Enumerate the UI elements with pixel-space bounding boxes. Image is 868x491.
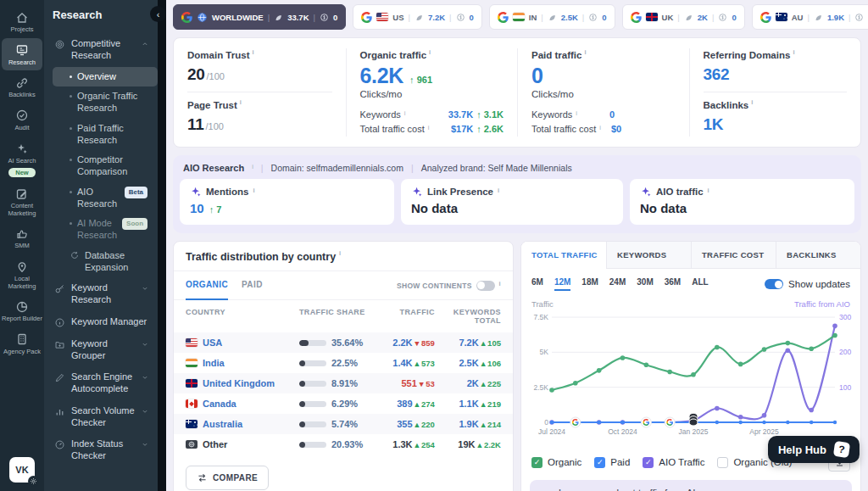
rail-item-backlinks[interactable]: Backlinks bbox=[2, 70, 42, 103]
info-icon[interactable] bbox=[253, 187, 254, 194]
legend-aio-traffic[interactable]: ✓ AIO Traffic bbox=[643, 457, 704, 468]
organic-traffic-column: Organic traffic 6.2K 961 Clicks/mo Keywo… bbox=[346, 48, 518, 137]
sidebar-item-keyword-manager[interactable]: Keyword Manager bbox=[53, 311, 151, 333]
info-icon[interactable] bbox=[428, 124, 430, 131]
checkbox-icon[interactable]: ✓ bbox=[594, 457, 605, 468]
region-tab-uk[interactable]: UK |2K |0 bbox=[622, 4, 745, 30]
info-icon[interactable] bbox=[339, 249, 341, 257]
svg-text:2.5K: 2.5K bbox=[534, 383, 549, 392]
legend-paid[interactable]: ✓ Paid bbox=[594, 457, 630, 468]
sidebar-title: Research bbox=[53, 8, 151, 21]
chart-tab-total-traffic[interactable]: TOTAL TRAFFIC bbox=[521, 242, 606, 269]
google-update-marker bbox=[570, 417, 581, 427]
sidebar-item-keyword-research[interactable]: Keyword Research bbox=[53, 277, 151, 311]
region-tab-au[interactable]: AU |1.9K |0 bbox=[752, 4, 868, 30]
chart-tab-traffic-cost[interactable]: TRAFFIC COST bbox=[691, 242, 776, 269]
country-row-india[interactable]: India 22.5% 1.4K573 2.5K106 bbox=[174, 353, 513, 373]
show-continents-toggle[interactable] bbox=[476, 281, 495, 291]
info-icon[interactable] bbox=[751, 98, 753, 106]
gear-icon[interactable] bbox=[28, 476, 39, 487]
user-avatar[interactable]: VK bbox=[9, 457, 35, 483]
traffic-chart[interactable]: 02.5K5K7.5K100200300Jul 2024Oct 2024Jan … bbox=[521, 309, 860, 451]
sidebar-item-competitive-research[interactable]: Competitive Research bbox=[53, 33, 151, 67]
traffic-line-chart[interactable]: 02.5K5K7.5K100200300Jul 2024Oct 2024Jan … bbox=[526, 309, 859, 451]
chart-tab-keywords[interactable]: KEYWORDS bbox=[606, 242, 691, 269]
svg-text:100: 100 bbox=[839, 383, 851, 392]
rail-item-report-builder[interactable]: Report Builder bbox=[2, 294, 42, 327]
sidebar-item-index-status-checker[interactable]: Index Status Checker bbox=[53, 433, 151, 467]
share-bar bbox=[299, 340, 326, 346]
google-icon bbox=[498, 12, 509, 23]
range-24m[interactable]: 24M bbox=[609, 277, 626, 291]
chart-tab-backlinks[interactable]: BACKLINKS bbox=[776, 242, 860, 269]
table-tab-organic[interactable]: ORGANIC bbox=[186, 271, 228, 300]
traffic-table-title: Traffic distribution by country bbox=[186, 251, 336, 263]
country-row-australia[interactable]: Australia 5.74% 355220 1.9K214 bbox=[174, 414, 513, 434]
rail-item-projects[interactable]: Projects bbox=[2, 5, 42, 38]
info-icon[interactable] bbox=[404, 109, 406, 117]
info-icon[interactable] bbox=[584, 48, 586, 56]
sidebar-item-competitor-comparison[interactable]: Competitor Comparison bbox=[53, 150, 151, 182]
checkbox-icon[interactable]: ✓ bbox=[531, 457, 542, 468]
checkbox-icon[interactable]: ✓ bbox=[643, 457, 654, 468]
sidebar-item-database-expansion[interactable]: Database Expansion bbox=[53, 246, 151, 278]
range-all[interactable]: ALL bbox=[692, 277, 708, 291]
right-axis-title: Traffic from AIO bbox=[794, 299, 850, 309]
range-6m[interactable]: 6M bbox=[531, 277, 543, 291]
sidebar-item-search-engine-autocomplete[interactable]: Search Engine Autocomplete bbox=[53, 366, 151, 400]
country-row-united-kingdom[interactable]: United Kingdom 8.91% 55153 2K225 bbox=[174, 373, 513, 393]
sidebar-item-organic-traffic-research[interactable]: Organic Traffic Research bbox=[53, 86, 151, 119]
refresh-icon bbox=[70, 250, 80, 260]
info-icon[interactable] bbox=[429, 48, 431, 56]
left-icon-rail: Projects Research Backlinks Audit AI Sea… bbox=[0, 0, 44, 491]
sidebar-item-paid-traffic-research[interactable]: Paid Traffic Research bbox=[53, 119, 151, 151]
checkbox-icon[interactable] bbox=[717, 457, 728, 468]
region-tab-us[interactable]: US |7.2K |0 bbox=[353, 4, 482, 30]
range-30m[interactable]: 30M bbox=[637, 277, 653, 291]
rail-item-research[interactable]: Research bbox=[2, 38, 42, 71]
help-hub-button[interactable]: Help Hub ? bbox=[768, 436, 860, 463]
legend-organic[interactable]: ✓ Organic bbox=[531, 457, 581, 468]
backlinks-column: Referring Domains 362 Backlinks 1K bbox=[689, 48, 861, 137]
chevron-down-icon bbox=[141, 407, 149, 416]
mentions-card[interactable]: Mentions 107 bbox=[180, 179, 394, 225]
info-icon[interactable] bbox=[498, 187, 499, 194]
compare-button[interactable]: COMPARE bbox=[186, 466, 269, 490]
rail-item-agency-pack[interactable]: Agency Pack bbox=[2, 327, 42, 360]
info-icon[interactable] bbox=[252, 163, 253, 170]
rail-item-content-marketing[interactable]: Content Marketing bbox=[2, 181, 42, 221]
country-row-canada[interactable]: Canada 6.29% 389274 1.1K219 bbox=[174, 393, 513, 414]
range-36m[interactable]: 36M bbox=[665, 277, 681, 291]
sidebar-item-overview[interactable]: Overview bbox=[53, 67, 158, 87]
sidebar-item-search-volume-checker[interactable]: Search Volume Checker bbox=[53, 400, 151, 434]
info-icon[interactable] bbox=[599, 124, 601, 131]
region-tab-worldwide[interactable]: WORLDWIDE |33.7K |0 bbox=[173, 4, 346, 30]
table-tab-paid[interactable]: PAID bbox=[242, 271, 263, 300]
region-tab-in[interactable]: IN |2.5K |0 bbox=[489, 4, 615, 30]
rail-item-ai-search[interactable]: AI Search New bbox=[2, 137, 42, 182]
organic-traffic-delta: 961 bbox=[409, 75, 432, 85]
sidebar-item-aio-research[interactable]: AIO Research Beta bbox=[53, 182, 151, 215]
range-18m[interactable]: 18M bbox=[581, 277, 598, 291]
rail-item-audit[interactable]: Audit bbox=[2, 103, 42, 137]
info-icon[interactable] bbox=[252, 48, 253, 56]
link-presence-card[interactable]: Link Presence No data bbox=[401, 179, 623, 225]
show-updates-toggle[interactable] bbox=[765, 279, 783, 289]
sidebar-collapse-button[interactable]: ‹ bbox=[150, 6, 166, 22]
info-icon[interactable] bbox=[499, 280, 501, 287]
rail-item-smm[interactable]: SMM bbox=[2, 221, 42, 254]
bars-icon bbox=[54, 406, 65, 417]
info-icon[interactable] bbox=[708, 187, 709, 194]
info-icon[interactable] bbox=[576, 109, 577, 117]
region-tabs-bar: WORLDWIDE |33.7K |0 US |7.2K |0 IN |2.5K… bbox=[173, 4, 861, 30]
country-row-other[interactable]: Other 20.93% 1.3K254 19K2.2K bbox=[174, 434, 513, 455]
aio-traffic-card[interactable]: AIO traffic No data bbox=[630, 179, 854, 225]
rail-item-local-marketing[interactable]: Local Marketing bbox=[2, 254, 42, 294]
info-icon[interactable] bbox=[240, 98, 242, 106]
range-12m[interactable]: 12M bbox=[554, 277, 570, 291]
info-icon[interactable] bbox=[793, 48, 794, 56]
country-row-usa[interactable]: USA 35.64% 2.2K859 7.2K105 bbox=[174, 332, 513, 353]
sidebar-item-keyword-grouper[interactable]: Keyword Grouper bbox=[53, 333, 151, 367]
sidebar-item-ai-mode-research[interactable]: AI Mode Research Soon bbox=[53, 214, 151, 246]
flag-uk-icon bbox=[646, 13, 658, 21]
